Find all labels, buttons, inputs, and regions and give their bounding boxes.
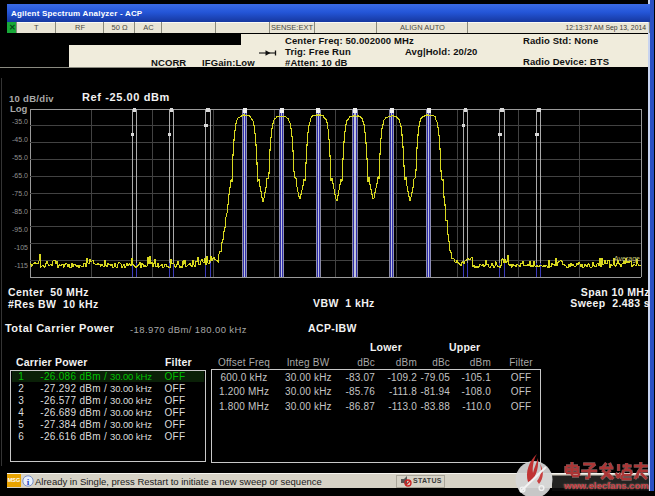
svg-text:Average: Average [614,255,640,263]
